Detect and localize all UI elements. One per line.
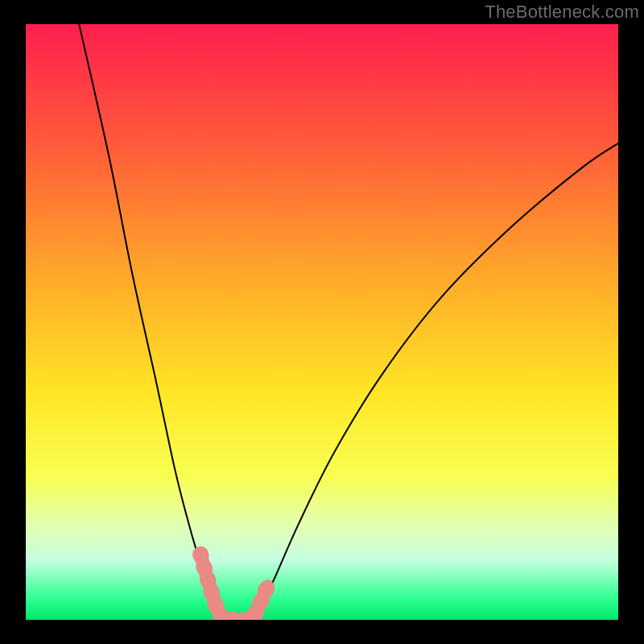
watermark-text: TheBottleneck.com xyxy=(485,2,639,23)
bottleneck-chart xyxy=(0,0,644,644)
chart-frame: TheBottleneck.com xyxy=(0,0,644,644)
plot-background xyxy=(26,24,618,620)
